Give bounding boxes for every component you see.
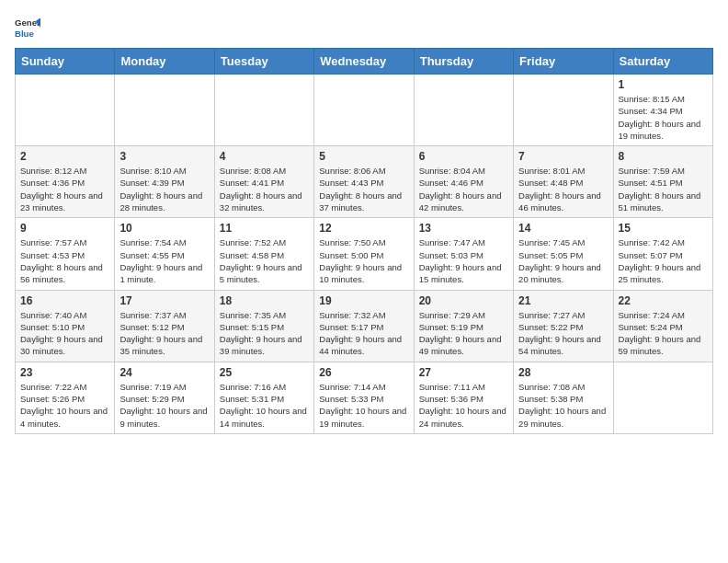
calendar-cell — [514, 75, 613, 146]
day-info: Sunrise: 7:19 AM Sunset: 5:29 PM Dayligh… — [119, 381, 209, 430]
day-number: 19 — [319, 294, 408, 307]
day-number: 27 — [419, 366, 508, 379]
calendar-cell: 24Sunrise: 7:19 AM Sunset: 5:29 PM Dayli… — [115, 362, 214, 433]
calendar-cell — [414, 75, 513, 146]
calendar-cell: 4Sunrise: 8:08 AM Sunset: 4:41 PM Daylig… — [214, 146, 313, 218]
weekday-header-monday: Monday — [115, 49, 214, 75]
day-number: 28 — [518, 366, 608, 379]
day-info: Sunrise: 7:14 AM Sunset: 5:33 PM Dayligh… — [319, 381, 408, 430]
day-info: Sunrise: 7:11 AM Sunset: 5:36 PM Dayligh… — [419, 381, 508, 430]
day-info: Sunrise: 8:06 AM Sunset: 4:43 PM Dayligh… — [319, 165, 408, 213]
day-number: 17 — [119, 294, 209, 307]
day-info: Sunrise: 8:15 AM Sunset: 4:34 PM Dayligh… — [619, 93, 708, 142]
day-info: Sunrise: 8:04 AM Sunset: 4:46 PM Dayligh… — [419, 165, 508, 213]
day-number: 7 — [518, 150, 608, 163]
calendar-cell: 2Sunrise: 8:12 AM Sunset: 4:36 PM Daylig… — [16, 146, 115, 218]
day-number: 8 — [619, 150, 708, 163]
weekday-header-friday: Friday — [514, 49, 613, 75]
calendar-cell — [314, 75, 414, 146]
logo: General Blue — [15, 15, 40, 40]
day-info: Sunrise: 7:37 AM Sunset: 5:12 PM Dayligh… — [119, 309, 209, 358]
calendar-week-row: 2Sunrise: 8:12 AM Sunset: 4:36 PM Daylig… — [16, 146, 713, 218]
day-number: 12 — [319, 222, 408, 235]
weekday-header-thursday: Thursday — [414, 49, 513, 75]
weekday-header-sunday: Sunday — [16, 49, 115, 75]
day-number: 1 — [619, 78, 708, 91]
day-number: 9 — [20, 222, 109, 235]
calendar-cell — [214, 75, 313, 146]
day-number: 6 — [419, 150, 508, 163]
day-number: 11 — [220, 222, 309, 235]
calendar-cell: 5Sunrise: 8:06 AM Sunset: 4:43 PM Daylig… — [314, 146, 414, 218]
day-info: Sunrise: 7:57 AM Sunset: 4:53 PM Dayligh… — [20, 236, 109, 285]
day-info: Sunrise: 7:16 AM Sunset: 5:31 PM Dayligh… — [220, 381, 309, 430]
calendar-cell: 20Sunrise: 7:29 AM Sunset: 5:19 PM Dayli… — [414, 290, 513, 362]
day-info: Sunrise: 8:10 AM Sunset: 4:39 PM Dayligh… — [119, 165, 209, 213]
day-info: Sunrise: 7:52 AM Sunset: 4:58 PM Dayligh… — [220, 236, 309, 285]
day-info: Sunrise: 8:08 AM Sunset: 4:41 PM Dayligh… — [220, 165, 309, 213]
day-number: 2 — [20, 150, 109, 163]
day-info: Sunrise: 7:35 AM Sunset: 5:15 PM Dayligh… — [220, 309, 309, 358]
calendar-cell — [16, 75, 115, 146]
day-number: 22 — [619, 294, 708, 307]
calendar-cell: 14Sunrise: 7:45 AM Sunset: 5:05 PM Dayli… — [514, 218, 613, 290]
calendar-cell: 12Sunrise: 7:50 AM Sunset: 5:00 PM Dayli… — [314, 218, 414, 290]
day-info: Sunrise: 7:27 AM Sunset: 5:22 PM Dayligh… — [518, 309, 608, 358]
calendar-cell: 15Sunrise: 7:42 AM Sunset: 5:07 PM Dayli… — [613, 218, 712, 290]
page-header: General Blue — [15, 15, 713, 40]
calendar-cell: 13Sunrise: 7:47 AM Sunset: 5:03 PM Dayli… — [414, 218, 513, 290]
day-number: 14 — [518, 222, 608, 235]
day-number: 3 — [119, 150, 209, 163]
calendar-cell: 26Sunrise: 7:14 AM Sunset: 5:33 PM Dayli… — [314, 362, 414, 433]
day-info: Sunrise: 7:24 AM Sunset: 5:24 PM Dayligh… — [619, 309, 708, 358]
day-number: 20 — [419, 294, 508, 307]
day-info: Sunrise: 7:40 AM Sunset: 5:10 PM Dayligh… — [20, 309, 109, 358]
calendar-table: SundayMondayTuesdayWednesdayThursdayFrid… — [15, 48, 713, 434]
calendar-week-row: 23Sunrise: 7:22 AM Sunset: 5:26 PM Dayli… — [16, 362, 713, 433]
calendar-week-row: 1Sunrise: 8:15 AM Sunset: 4:34 PM Daylig… — [16, 75, 713, 146]
day-number: 24 — [119, 366, 209, 379]
calendar-cell: 1Sunrise: 8:15 AM Sunset: 4:34 PM Daylig… — [613, 75, 712, 146]
day-info: Sunrise: 7:29 AM Sunset: 5:19 PM Dayligh… — [419, 309, 508, 358]
day-info: Sunrise: 7:08 AM Sunset: 5:38 PM Dayligh… — [518, 381, 608, 430]
day-number: 13 — [419, 222, 508, 235]
calendar-week-row: 9Sunrise: 7:57 AM Sunset: 4:53 PM Daylig… — [16, 218, 713, 290]
day-number: 16 — [20, 294, 109, 307]
day-number: 5 — [319, 150, 408, 163]
svg-text:General: General — [15, 17, 40, 28]
day-info: Sunrise: 7:50 AM Sunset: 5:00 PM Dayligh… — [319, 236, 408, 285]
day-number: 26 — [319, 366, 408, 379]
calendar-cell: 10Sunrise: 7:54 AM Sunset: 4:55 PM Dayli… — [115, 218, 214, 290]
calendar-cell: 27Sunrise: 7:11 AM Sunset: 5:36 PM Dayli… — [414, 362, 513, 433]
weekday-header-tuesday: Tuesday — [214, 49, 313, 75]
calendar-cell: 18Sunrise: 7:35 AM Sunset: 5:15 PM Dayli… — [214, 290, 313, 362]
day-info: Sunrise: 7:47 AM Sunset: 5:03 PM Dayligh… — [419, 236, 508, 285]
logo-icon: General Blue — [15, 15, 40, 40]
calendar-cell: 17Sunrise: 7:37 AM Sunset: 5:12 PM Dayli… — [115, 290, 214, 362]
svg-text:Blue: Blue — [15, 29, 34, 39]
calendar-cell: 3Sunrise: 8:10 AM Sunset: 4:39 PM Daylig… — [115, 146, 214, 218]
day-info: Sunrise: 7:32 AM Sunset: 5:17 PM Dayligh… — [319, 309, 408, 358]
calendar-cell: 28Sunrise: 7:08 AM Sunset: 5:38 PM Dayli… — [514, 362, 613, 433]
calendar-cell: 8Sunrise: 7:59 AM Sunset: 4:51 PM Daylig… — [613, 146, 712, 218]
day-number: 23 — [20, 366, 109, 379]
day-number: 18 — [220, 294, 309, 307]
calendar-cell: 21Sunrise: 7:27 AM Sunset: 5:22 PM Dayli… — [514, 290, 613, 362]
calendar-cell: 25Sunrise: 7:16 AM Sunset: 5:31 PM Dayli… — [214, 362, 313, 433]
calendar-cell: 7Sunrise: 8:01 AM Sunset: 4:48 PM Daylig… — [514, 146, 613, 218]
weekday-header-saturday: Saturday — [613, 49, 712, 75]
calendar-cell: 11Sunrise: 7:52 AM Sunset: 4:58 PM Dayli… — [214, 218, 313, 290]
weekday-header-row: SundayMondayTuesdayWednesdayThursdayFrid… — [16, 49, 713, 75]
calendar-cell: 16Sunrise: 7:40 AM Sunset: 5:10 PM Dayli… — [16, 290, 115, 362]
calendar-cell: 23Sunrise: 7:22 AM Sunset: 5:26 PM Dayli… — [16, 362, 115, 433]
day-info: Sunrise: 7:59 AM Sunset: 4:51 PM Dayligh… — [619, 165, 708, 213]
calendar-cell — [115, 75, 214, 146]
day-number: 21 — [518, 294, 608, 307]
day-info: Sunrise: 8:12 AM Sunset: 4:36 PM Dayligh… — [20, 165, 109, 213]
calendar-cell — [613, 362, 712, 433]
day-info: Sunrise: 7:22 AM Sunset: 5:26 PM Dayligh… — [20, 381, 109, 430]
day-number: 15 — [619, 222, 708, 235]
day-number: 4 — [220, 150, 309, 163]
calendar-week-row: 16Sunrise: 7:40 AM Sunset: 5:10 PM Dayli… — [16, 290, 713, 362]
calendar-cell: 9Sunrise: 7:57 AM Sunset: 4:53 PM Daylig… — [16, 218, 115, 290]
